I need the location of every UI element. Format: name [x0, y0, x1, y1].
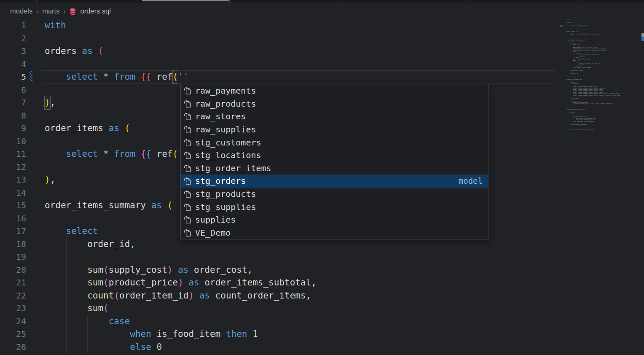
code-line[interactable]: 4 — [0, 58, 644, 71]
code-token — [98, 70, 103, 83]
code-content: sum( — [45, 302, 644, 315]
code-token: ( — [103, 264, 109, 277]
gutter — [26, 148, 45, 161]
code-line[interactable]: 20 sum(supply_cost) as order_cost, — [0, 264, 644, 277]
tab-separator — [467, 0, 467, 3]
tab-separator — [577, 0, 577, 3]
code-content: sum(supply_cost) as order_cost, — [45, 264, 644, 277]
snippet-icon — [184, 190, 192, 198]
suggestion-item[interactable]: stg_order_items — [181, 162, 488, 175]
suggestion-item[interactable]: stg_locations — [181, 149, 488, 162]
code-editor-window: models › marts › orders.sql 1with23order… — [0, 0, 644, 355]
modified-line-indicator — [30, 71, 32, 82]
suggestion-detail: model — [459, 176, 488, 186]
tab-separator — [336, 0, 336, 3]
indent-guide — [45, 238, 45, 251]
breadcrumb-file[interactable]: orders.sql — [80, 7, 110, 15]
code-line[interactable]: 3orders as ( — [0, 45, 644, 58]
suggestion-item[interactable]: stg_customers — [181, 136, 488, 149]
line-number: 3 — [0, 46, 26, 56]
indent-guide — [45, 161, 45, 174]
code-content: sum(product_price) as order_items_subtot… — [45, 276, 644, 289]
line-number: 7 — [0, 97, 26, 108]
code-line[interactable]: 5 select * from {{ ref('' — [0, 70, 644, 83]
code-content — [45, 250, 644, 264]
suggestion-item[interactable]: raw_stores — [181, 110, 488, 123]
suggestion-item[interactable]: raw_products — [181, 97, 488, 110]
code-token — [151, 70, 157, 83]
breadcrumb-item-marts[interactable]: marts — [42, 7, 59, 15]
minimap-modified-marker — [561, 25, 562, 27]
indent-guide — [66, 250, 67, 264]
gutter — [26, 328, 45, 341]
line-number: 2 — [0, 33, 26, 43]
indent-guide — [45, 328, 45, 341]
code-line[interactable]: 19 — [0, 250, 644, 264]
tab-bar[interactable] — [0, 0, 644, 3]
line-number: 26 — [0, 342, 26, 352]
code-line[interactable]: 25 when is_food_item then 1 — [0, 328, 644, 341]
suggestion-item[interactable]: VE_Demo — [181, 226, 488, 239]
suggestion-item[interactable]: stg_supplies — [181, 200, 488, 213]
snippet-icon — [184, 112, 192, 121]
suggestion-item[interactable]: stg_ordersmodel — [181, 175, 488, 188]
active-tab-edge[interactable] — [142, 0, 229, 3]
code-token — [199, 276, 205, 289]
code-token: from — [114, 148, 135, 161]
code-token: ( — [125, 122, 130, 135]
gutter — [26, 161, 45, 174]
autocomplete-popup: raw_payments raw_products raw_stores raw… — [180, 84, 488, 239]
indent-guide — [45, 264, 45, 277]
line-number: 24 — [0, 316, 26, 326]
minimap[interactable]: with orders as ( select * from {{ ref(''… — [561, 19, 641, 141]
breadcrumb-item-models[interactable]: models — [10, 7, 32, 15]
code-line[interactable]: 26 else 0 — [0, 341, 644, 354]
code-token: ( — [103, 302, 109, 315]
line-number: 10 — [0, 136, 26, 146]
line-number: 13 — [0, 175, 26, 185]
indent-guide — [45, 58, 45, 71]
suggestion-item[interactable]: supplies — [181, 213, 488, 226]
line-number: 5 — [0, 72, 26, 82]
suggestion-item[interactable]: stg_products — [181, 188, 488, 201]
line-number: 16 — [0, 213, 26, 223]
indent-guide — [45, 250, 45, 264]
gutter — [26, 225, 45, 238]
code-token — [151, 341, 157, 354]
indent-guide — [109, 328, 109, 341]
code-content: with — [45, 19, 644, 32]
code-line[interactable]: 23 sum( — [0, 302, 644, 315]
code-token — [135, 70, 141, 83]
code-line[interactable]: 24 case — [0, 315, 644, 328]
code-line[interactable]: 1with — [0, 19, 644, 32]
indent-guide — [109, 341, 109, 354]
code-token — [98, 148, 103, 161]
code-token: 0 — [157, 341, 162, 354]
code-token: , — [50, 96, 56, 109]
code-token: case — [109, 315, 130, 328]
indent-guide — [66, 315, 67, 328]
indent-guide — [66, 289, 67, 302]
code-line[interactable]: 2 — [0, 32, 644, 45]
snippet-icon — [184, 138, 192, 147]
snippet-icon — [184, 86, 192, 95]
gutter — [26, 212, 45, 225]
suggestion-label: stg_locations — [195, 150, 261, 160]
gutter — [26, 83, 45, 97]
overview-ruler[interactable] — [641, 19, 644, 355]
indent-guide — [45, 276, 45, 289]
line-number: 9 — [0, 123, 26, 133]
snippet-icon — [184, 164, 192, 172]
code-line[interactable]: 22 count(order_item_id) as count_order_i… — [0, 289, 644, 302]
code-token — [45, 315, 109, 328]
code-token: as — [178, 264, 188, 277]
suggestion-item[interactable]: raw_supplies — [181, 123, 488, 136]
line-number: 11 — [0, 149, 26, 159]
code-token — [188, 264, 194, 277]
code-token: ) — [45, 96, 50, 109]
suggestion-item[interactable]: raw_payments — [181, 84, 488, 97]
suggestion-label: stg_supplies — [195, 202, 256, 212]
code-token — [183, 276, 189, 289]
code-token: supply_cost — [109, 264, 167, 277]
code-line[interactable]: 21 sum(product_price) as order_items_sub… — [0, 276, 644, 289]
